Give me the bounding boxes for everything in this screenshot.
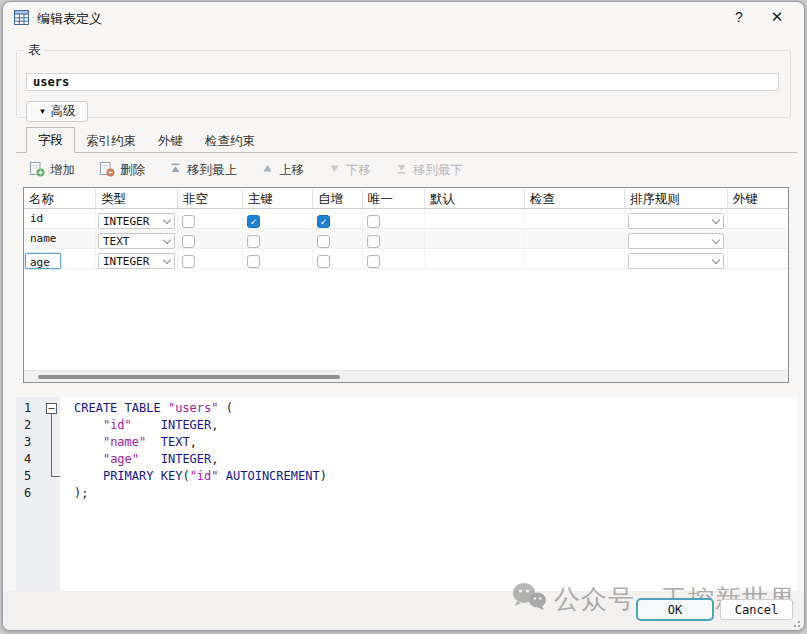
delete-field-label: 删除 — [120, 162, 145, 179]
default-cell[interactable] — [425, 229, 525, 248]
code-fold-toggle-icon[interactable]: − — [46, 403, 57, 414]
collation-dropdown[interactable] — [628, 233, 724, 249]
collation-dropdown[interactable] — [628, 213, 724, 229]
sql-line: "id" INTEGER, — [74, 417, 795, 434]
tab-fields[interactable]: 字段 — [26, 127, 75, 153]
move-to-bottom-button: 移到最下 — [395, 162, 463, 179]
sql-code: CREATE TABLE "users" ( "id" INTEGER, "na… — [74, 400, 795, 502]
move-to-top-button[interactable]: 移到最上 — [169, 162, 237, 179]
table-name-input[interactable] — [26, 73, 779, 91]
delete-field-button[interactable]: 删除 — [99, 161, 145, 180]
edit-table-definition-dialog: 编辑表定义 ? ✕ 表 ▼ 高级 字段 索引约束 外键 检查约束 — [2, 1, 805, 631]
column-header-default: 默认 — [425, 188, 525, 208]
chevron-down-icon — [163, 215, 171, 223]
collation-cell — [625, 229, 728, 248]
chevron-down-icon — [712, 215, 720, 223]
foreign-key-cell[interactable] — [728, 249, 788, 268]
not-null-cell: ✓ — [178, 229, 243, 248]
chevron-down-icon: ▼ — [39, 108, 47, 116]
unique-cell: ✓ — [363, 229, 425, 248]
field-type-cell: TEXT — [96, 229, 178, 248]
foreign-key-cell[interactable] — [728, 229, 788, 248]
not-null-checkbox[interactable]: ✓ — [182, 235, 195, 248]
table-row: age INTEGER ✓ ✓ ✓ ✓ — [24, 249, 788, 269]
auto-increment-checkbox[interactable]: ✓ — [317, 255, 330, 268]
unique-checkbox[interactable]: ✓ — [367, 255, 380, 268]
sql-line: CREATE TABLE "users" ( — [74, 400, 795, 417]
fields-table-header: 名称 类型 非空 主键 自增 唯一 默认 检查 排序规则 外键 — [24, 188, 788, 209]
sql-line: "age" INTEGER, — [74, 451, 795, 468]
type-dropdown[interactable]: TEXT — [98, 233, 175, 249]
move-down-icon — [328, 162, 341, 178]
auto-increment-checkbox[interactable]: ✓ — [317, 215, 330, 228]
type-dropdown[interactable]: INTEGER — [98, 253, 175, 269]
field-name-cell[interactable]: id — [24, 209, 96, 228]
not-null-checkbox[interactable]: ✓ — [182, 255, 195, 268]
check-icon: ✓ — [250, 217, 256, 227]
fold-guide-line — [51, 414, 52, 476]
column-header-type: 类型 — [96, 188, 178, 208]
move-to-top-icon — [169, 162, 182, 178]
unique-cell: ✓ — [363, 249, 425, 268]
fields-table: 名称 类型 非空 主键 自增 唯一 默认 检查 排序规则 外键 id INTEG… — [23, 187, 789, 383]
tab-foreign-keys[interactable]: 外键 — [147, 129, 194, 153]
auto-increment-cell: ✓ — [313, 249, 363, 268]
table-groupbox: 表 ▼ 高级 — [16, 42, 791, 118]
move-to-top-label: 移到最上 — [187, 162, 237, 179]
table-row: name TEXT ✓ ✓ ✓ ✓ — [24, 229, 788, 249]
cancel-button[interactable]: Cancel — [720, 599, 793, 620]
table-row: id INTEGER ✓ ✓ ✓ ✓ — [24, 209, 788, 229]
type-dropdown[interactable]: INTEGER — [98, 213, 175, 229]
auto-increment-cell: ✓ — [313, 229, 363, 248]
horizontal-scrollbar[interactable] — [24, 370, 788, 382]
collation-cell — [625, 249, 728, 268]
check-cell[interactable] — [525, 249, 625, 268]
foreign-key-cell[interactable] — [728, 209, 788, 228]
default-cell[interactable] — [425, 249, 525, 268]
unique-checkbox[interactable]: ✓ — [367, 215, 380, 228]
not-null-checkbox[interactable]: ✓ — [182, 215, 195, 228]
tab-index-constraints[interactable]: 索引约束 — [75, 129, 147, 153]
delete-record-icon — [99, 161, 115, 180]
move-up-button[interactable]: 上移 — [261, 162, 304, 179]
check-cell[interactable] — [525, 229, 625, 248]
table-icon — [14, 10, 29, 25]
sql-editor[interactable]: 1 2 3 4 5 6 − CREATE TABLE "users" ( "id… — [16, 397, 797, 593]
default-cell[interactable] — [425, 209, 525, 228]
advanced-label: 高级 — [50, 103, 75, 120]
field-toolbar: 增加 删除 移到最上 — [29, 158, 463, 182]
scrollbar-thumb[interactable] — [38, 375, 340, 379]
chevron-down-icon — [712, 255, 720, 263]
line-number: 3 — [16, 434, 60, 451]
column-header-unique: 唯一 — [363, 188, 425, 208]
line-number: 4 — [16, 451, 60, 468]
close-button[interactable]: ✕ — [764, 6, 790, 28]
primary-key-checkbox[interactable]: ✓ — [247, 255, 260, 268]
chevron-down-icon — [712, 235, 720, 243]
primary-key-checkbox[interactable]: ✓ — [247, 215, 260, 228]
field-name-cell[interactable]: name — [24, 229, 96, 248]
field-name-cell: age — [24, 249, 96, 268]
check-cell[interactable] — [525, 209, 625, 228]
collation-cell — [625, 209, 728, 228]
resize-grip[interactable] — [789, 616, 801, 628]
help-button[interactable]: ? — [726, 6, 752, 28]
advanced-toggle-button[interactable]: ▼ 高级 — [26, 101, 88, 122]
wechat-icon — [511, 581, 547, 618]
column-header-not-null: 非空 — [178, 188, 243, 208]
unique-checkbox[interactable]: ✓ — [367, 235, 380, 248]
tab-check-constraints[interactable]: 检查约束 — [194, 129, 266, 153]
primary-key-checkbox[interactable]: ✓ — [247, 235, 260, 248]
chevron-down-icon — [163, 235, 171, 243]
column-header-name: 名称 — [24, 188, 96, 208]
ok-button[interactable]: OK — [636, 598, 714, 621]
sql-line: ); — [74, 485, 795, 502]
not-null-cell: ✓ — [178, 249, 243, 268]
auto-increment-checkbox[interactable]: ✓ — [317, 235, 330, 248]
field-name-editor[interactable]: age — [25, 253, 61, 269]
column-header-collation: 排序规则 — [625, 188, 728, 208]
collation-dropdown[interactable] — [628, 253, 724, 269]
column-header-primary-key: 主键 — [243, 188, 313, 208]
add-field-button[interactable]: 增加 — [29, 161, 75, 180]
move-down-button: 下移 — [328, 162, 371, 179]
